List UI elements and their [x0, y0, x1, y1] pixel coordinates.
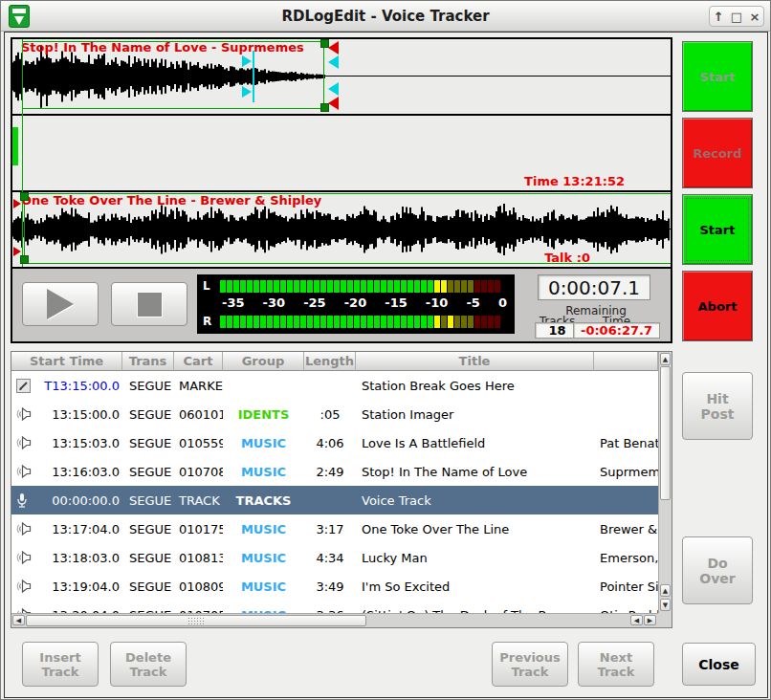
log-row[interactable]: 13:17:04.0SEGUE010175MUSIC3:17One Toke O…	[11, 514, 658, 543]
log-row[interactable]: 13:15:00.0SEGUE060101IDENTS:05Station Im…	[11, 400, 658, 428]
meter-segment	[414, 316, 420, 328]
meter-segment	[468, 280, 474, 293]
playhead-line	[22, 39, 23, 267]
hit-post-button[interactable]: Hit Post	[682, 372, 753, 440]
column-header-trans[interactable]: Trans	[122, 352, 174, 371]
meter-segment	[287, 280, 293, 293]
waveform-track-3[interactable]: One Toke Over The Line - Brewer & Shiple…	[12, 192, 671, 267]
column-header-length[interactable]: Length	[304, 352, 356, 371]
segue-marker-icon[interactable]	[328, 55, 339, 69]
horizontal-scrollbar[interactable]: ◀ ◀ ▶	[11, 613, 658, 627]
log-row[interactable]: 13:15:03.0SEGUE010559MUSIC4:06Love Is A …	[11, 428, 658, 457]
cell-cart: 010175	[174, 514, 223, 543]
meter-segment	[361, 280, 366, 293]
meter-scale-tick: -15	[385, 295, 408, 310]
waveform-panel: Stop! In The Name of Love - Suprmemes Ti…	[11, 37, 672, 269]
maximize-button[interactable]: □	[731, 11, 742, 23]
scroll-left-button[interactable]: ◀	[12, 615, 25, 625]
abort-button-4[interactable]: Abort	[682, 271, 753, 341]
cell-start-time: 13:16:03.0	[52, 465, 122, 479]
speaker-icon	[15, 435, 32, 450]
next-track-button[interactable]: Next Track	[578, 642, 654, 687]
meter-segment	[495, 280, 500, 293]
column-header-start-time[interactable]: Start Time	[11, 352, 122, 371]
cell-trans: SEGUE	[122, 601, 174, 613]
cell-start-time: 13:17:04.0	[52, 522, 122, 536]
record-button-2[interactable]: Record	[682, 118, 753, 188]
start-button-3[interactable]: Start	[682, 194, 753, 265]
meter-segment	[401, 316, 407, 328]
meter-segment	[408, 280, 413, 293]
cell-start-time: 13:15:03.0	[52, 436, 122, 450]
meter-segment	[387, 316, 393, 328]
cell-cart: 010813	[174, 543, 223, 572]
close-button[interactable]: Close	[682, 643, 756, 686]
do-over-button[interactable]: Do Over	[682, 536, 753, 604]
app-icon	[9, 5, 30, 28]
meter-segment	[421, 316, 427, 328]
column-header-group[interactable]: Group	[223, 352, 304, 371]
log-row[interactable]: T13:15:00.0SEGUEMARKERStation Break Goes…	[11, 371, 658, 400]
log-row[interactable]: 00:00:00.0SEGUETRACKTRACKSVoice Track	[11, 486, 658, 514]
cell-title: I'm So Excited	[356, 572, 594, 601]
column-header-title[interactable]: Title	[356, 352, 594, 371]
meter-segment	[347, 280, 353, 293]
meter-segment	[233, 280, 239, 293]
meter-segment	[274, 280, 279, 293]
column-header-cart[interactable]: Cart	[174, 352, 223, 371]
meter-segment	[240, 316, 246, 328]
log-row[interactable]: 13:18:03.0SEGUE010813MUSIC4:34Lucky ManE…	[11, 543, 658, 572]
shade-button[interactable]: ↑	[714, 11, 724, 23]
region-start-handle-bottom[interactable]	[20, 255, 29, 264]
segue-point-icon[interactable]	[242, 86, 252, 98]
meter-segment	[461, 316, 467, 328]
fade-marker-icon[interactable]	[13, 199, 21, 208]
scroll-up-button[interactable]: ▲	[660, 353, 671, 365]
meter-segment	[488, 316, 494, 328]
meter-segment	[220, 316, 226, 328]
segue-marker-icon[interactable]	[328, 82, 339, 96]
meter-scale: -35-30-25-20-15-10-50	[222, 295, 507, 310]
column-header-blank[interactable]	[594, 352, 658, 371]
fade-marker-icon[interactable]	[328, 97, 339, 110]
vertical-scrollbar[interactable]: ▲ ▲ ▼	[658, 352, 672, 614]
waveform-track-2[interactable]: Time 13:21:52	[12, 116, 671, 190]
region-start-handle-top[interactable]	[20, 192, 29, 201]
start-button-1[interactable]: Start	[682, 41, 753, 112]
meter-scale-tick: -30	[263, 295, 286, 310]
titlebar[interactable]: RDLogEdit - Voice Tracker ↑□×	[1, 1, 770, 32]
cell-group: MUSIC	[223, 428, 304, 457]
close-button[interactable]: ×	[749, 11, 760, 23]
cell-start-time: 13:18:03.0	[52, 551, 122, 565]
cell-artist	[594, 486, 658, 514]
insert-track-button[interactable]: Insert Track	[22, 642, 99, 687]
fade-marker-icon[interactable]	[13, 247, 21, 256]
cell-artist: Pat Benatar	[594, 428, 658, 457]
delete-track-button[interactable]: Delete Track	[110, 642, 187, 687]
previous-track-button[interactable]: Previous Track	[492, 642, 568, 687]
vertical-scroll-thumb[interactable]	[660, 366, 671, 500]
log-row[interactable]: 13:19:04.0SEGUE010809MUSIC3:49I'm So Exc…	[11, 572, 658, 601]
meter-segment	[361, 316, 366, 328]
speaker-icon	[15, 464, 32, 479]
segue-point-line[interactable]	[253, 51, 254, 102]
meter-segment	[387, 280, 393, 293]
segue-point-icon[interactable]	[242, 55, 252, 67]
log-row[interactable]: 13:16:03.0SEGUE010708MUSIC2:49Stop! In T…	[11, 457, 658, 486]
stop-button[interactable]	[111, 282, 187, 326]
cell-group: MUSIC	[223, 457, 304, 486]
waveform-track-1[interactable]: Stop! In The Name of Love - Suprmemes	[12, 39, 671, 114]
scroll-right-button[interactable]: ▶	[644, 615, 656, 625]
scroll-down-button[interactable]: ▼	[660, 599, 671, 611]
meter-segment	[334, 316, 340, 328]
scroll-up-button[interactable]: ▲	[660, 584, 671, 597]
time-readout: Time 13:21:52	[524, 174, 625, 188]
meter-segment	[260, 280, 266, 293]
play-button[interactable]	[22, 282, 99, 326]
meter-segment	[394, 316, 400, 328]
meter-segment	[354, 280, 360, 293]
horizontal-scroll-thumb[interactable]	[26, 615, 366, 626]
log-row[interactable]: 13:20:04.0SEGUE010705MUSIC3:36(Sittin' O…	[11, 601, 658, 613]
scroll-left-button[interactable]: ◀	[630, 615, 643, 625]
fade-marker-icon[interactable]	[328, 41, 339, 55]
